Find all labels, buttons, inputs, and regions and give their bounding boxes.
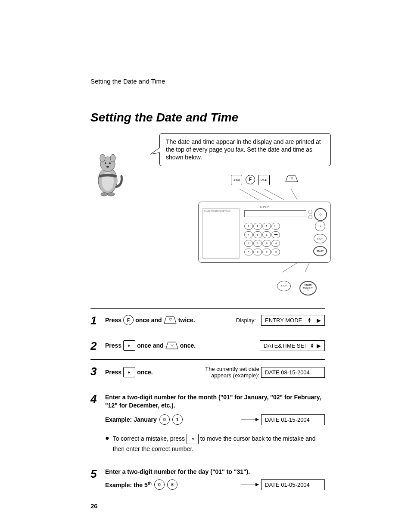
keypad-0-icon: 0: [159, 414, 170, 425]
svg-point-7: [106, 166, 109, 168]
running-header: Setting the Date and Time: [90, 78, 325, 85]
copy-button-icon: ⎘: [315, 221, 325, 231]
display-readout: DATE 01-15-2004: [261, 414, 325, 425]
svg-point-9: [108, 193, 115, 196]
step-number: 2: [90, 340, 100, 352]
device-lcd: [244, 210, 306, 217]
start-key-callout: START/ MEMORY ◇: [299, 281, 317, 296]
display-label: Display:: [236, 317, 256, 324]
display-readout: DATE 01-05-2004: [261, 479, 325, 490]
svg-point-6: [109, 162, 111, 164]
device-diagram: ◄Z/Q F b/A► ▽ SHARP PLAIN PAPER INKJ: [198, 175, 331, 296]
step-4: 4 Enter a two-digit number for the month…: [90, 387, 325, 462]
svg-line-16: [282, 263, 297, 272]
step-1: 1 Press F once and ▽ twice. Display: ENT…: [90, 308, 325, 334]
step-number: 1: [90, 315, 100, 326]
up-down-arrows-icon: ▲▼: [310, 343, 314, 348]
arrow-right-icon: [241, 420, 258, 420]
arrow-right-icon: [241, 485, 258, 485]
up-down-arrows-icon: ▲▼: [308, 317, 311, 323]
step-number: 5: [90, 468, 100, 479]
step-number: 3: [90, 366, 100, 377]
page-number: 26: [90, 502, 325, 510]
step-3: 3 Press ► once. The currently set date a…: [90, 359, 325, 387]
right-arrow-key-icon: ►: [123, 367, 135, 377]
right-arrow-key-icon: b/A►: [258, 175, 270, 185]
svg-line-13: [264, 189, 284, 200]
svg-point-5: [105, 162, 106, 164]
display-readout: ENTRY MODE ▲▼ ▶: [261, 315, 325, 326]
svg-point-4: [110, 154, 115, 162]
step-number: 4: [90, 393, 100, 404]
svg-text:▽: ▽: [291, 177, 293, 180]
function-key-icon: F: [246, 175, 255, 184]
svg-point-8: [101, 193, 108, 196]
menu-key-icon: ▽: [164, 316, 177, 324]
keypad-1-icon: 1: [172, 414, 183, 425]
stop-key-callout: STOP: [277, 281, 291, 291]
left-arrow-key-icon: ◄: [187, 434, 199, 444]
right-arrow-key-icon: ►: [123, 340, 135, 351]
device-nav-dial: [314, 208, 327, 221]
stop-button-icon: STOP: [314, 234, 327, 243]
keypad-5-icon: 5: [167, 479, 177, 490]
menu-key-icon: ▽: [285, 175, 298, 183]
svg-point-3: [100, 154, 105, 162]
svg-text:▽: ▽: [170, 343, 173, 347]
display-readout: DATE&TIME SET ▲▼ ▶: [260, 340, 325, 351]
svg-line-11: [239, 189, 258, 200]
step-2: 2 Press ► once and ▽ once. DATE&TIME SET…: [90, 334, 325, 359]
svg-text:▽: ▽: [168, 317, 171, 322]
start-button-icon: START: [313, 246, 327, 256]
page-title: Setting the Date and Time: [90, 111, 325, 124]
svg-point-15: [320, 214, 321, 215]
mascot-illustration: [90, 150, 125, 199]
step-5: 5 Enter a two-digit number for the day (…: [90, 462, 325, 498]
device-keypad: 123⟵ 456⟶ 789H *0#R: [244, 223, 279, 256]
svg-line-12: [251, 189, 272, 200]
left-arrow-key-icon: ◄Z/Q: [231, 175, 242, 185]
function-key-icon: F: [123, 315, 134, 325]
svg-line-17: [305, 263, 309, 272]
display-readout: DATE 08-15-2004: [261, 367, 325, 378]
svg-line-14: [291, 189, 297, 200]
device-output-tray: PLAIN PAPER INKJET FAX: [202, 208, 240, 259]
keypad-0-icon: 0: [154, 479, 165, 490]
menu-key-icon: ▽: [165, 341, 178, 350]
bullet-icon: ●: [105, 434, 109, 442]
speech-bubble: The date and time appear in the display …: [159, 133, 331, 166]
